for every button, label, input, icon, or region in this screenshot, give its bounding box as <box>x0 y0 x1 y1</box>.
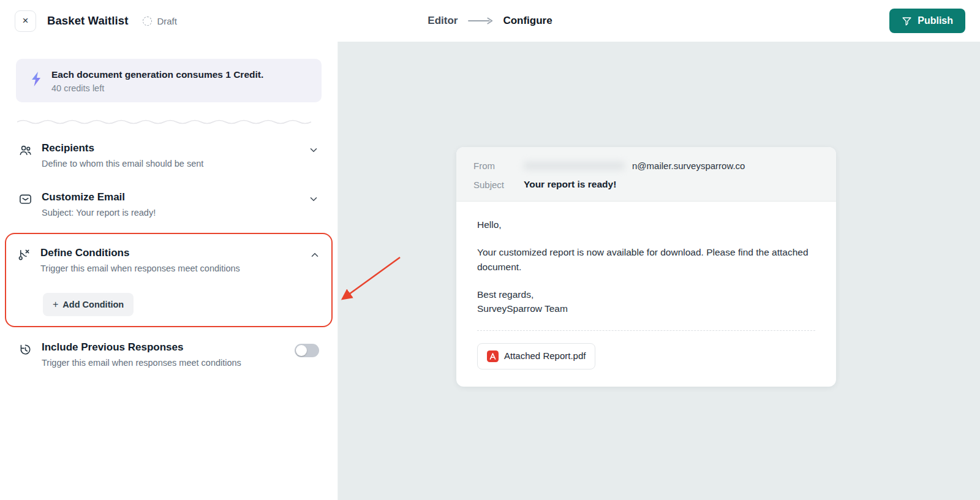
email-body: Hello, Your customized report is now ava… <box>456 202 836 387</box>
wavy-divider <box>17 118 311 126</box>
tab-editor[interactable]: Editor <box>428 15 458 27</box>
email-paragraph: Your customized report is now available … <box>477 245 815 274</box>
publish-funnel-icon <box>902 16 912 26</box>
page-title: Basket Waitlist <box>47 14 128 28</box>
recipients-title: Recipients <box>42 142 299 154</box>
attachment-name: Attached Report.pdf <box>504 349 586 363</box>
define-conditions-title: Define Conditions <box>40 247 300 259</box>
preview-area: From n@mailer.surveysparrow.co Subject Y… <box>338 42 980 500</box>
attachment-chip[interactable]: Attached Report.pdf <box>477 343 595 369</box>
breadcrumb: Editor Configure <box>428 15 552 27</box>
draft-status-icon <box>143 17 152 26</box>
draft-label: Draft <box>157 16 177 26</box>
close-icon: × <box>23 15 29 27</box>
credit-bolt-icon <box>29 71 43 87</box>
define-conditions-branch-icon <box>17 247 31 265</box>
section-customize-email[interactable]: Customize Email Subject: Your report is … <box>16 181 322 230</box>
section-include-previous-responses[interactable]: Include Previous Responses Trigger this … <box>16 331 322 380</box>
email-greeting: Hello, <box>477 218 815 232</box>
dashed-divider <box>477 330 815 331</box>
plus-icon: + <box>53 299 58 310</box>
pdf-file-icon <box>487 350 499 362</box>
add-condition-label: Add Condition <box>62 300 124 309</box>
redacted-sender-blur <box>524 162 625 170</box>
add-condition-button[interactable]: + Add Condition <box>43 293 134 316</box>
define-conditions-highlight: Define Conditions Trigger this email whe… <box>5 233 333 327</box>
include-previous-title: Include Previous Responses <box>42 341 285 354</box>
tab-configure[interactable]: Configure <box>503 15 552 27</box>
subject-label: Subject <box>473 180 516 190</box>
arrow-right-icon <box>467 17 493 25</box>
history-clock-icon <box>18 341 32 359</box>
credit-notice: Each document generation consumes 1 Cred… <box>16 59 322 102</box>
email-signoff-1: Best regards, <box>477 287 815 301</box>
publish-button[interactable]: Publish <box>889 9 965 33</box>
publish-label: Publish <box>918 15 953 26</box>
recipients-subtitle: Define to whom this email should be sent <box>42 158 299 170</box>
credit-line2: 40 credits left <box>51 83 309 93</box>
top-bar: × Basket Waitlist Draft Editor Configure… <box>0 0 980 42</box>
section-recipients[interactable]: Recipients Define to whom this email sho… <box>16 132 322 181</box>
section-define-conditions[interactable]: Define Conditions Trigger this email whe… <box>17 237 320 286</box>
define-conditions-subtitle: Trigger this email when responses meet c… <box>40 263 300 275</box>
include-previous-toggle[interactable] <box>295 344 319 357</box>
chevron-down-icon[interactable] <box>308 194 319 207</box>
include-previous-subtitle: Trigger this email when responses meet c… <box>42 357 285 369</box>
email-header: From n@mailer.surveysparrow.co Subject Y… <box>456 147 836 202</box>
subject-value: Your report is ready! <box>524 179 616 190</box>
recipients-users-icon <box>18 142 32 160</box>
from-label: From <box>473 161 516 171</box>
customize-email-title: Customize Email <box>42 191 299 203</box>
sidebar: Each document generation consumes 1 Cred… <box>0 42 338 500</box>
from-value: n@mailer.surveysparrow.co <box>632 161 745 171</box>
toggle-knob <box>296 345 307 356</box>
email-preview-card: From n@mailer.surveysparrow.co Subject Y… <box>456 147 836 387</box>
customize-email-subtitle: Subject: Your report is ready! <box>42 207 299 219</box>
credit-line1: Each document generation consumes 1 Cred… <box>51 69 309 80</box>
customize-email-icon <box>18 191 32 209</box>
chevron-down-icon[interactable] <box>308 145 319 158</box>
status-badge: Draft <box>143 16 177 26</box>
close-button[interactable]: × <box>15 10 36 32</box>
chevron-up-icon[interactable] <box>309 249 320 263</box>
email-signoff-2: SurveySparrow Team <box>477 301 815 316</box>
